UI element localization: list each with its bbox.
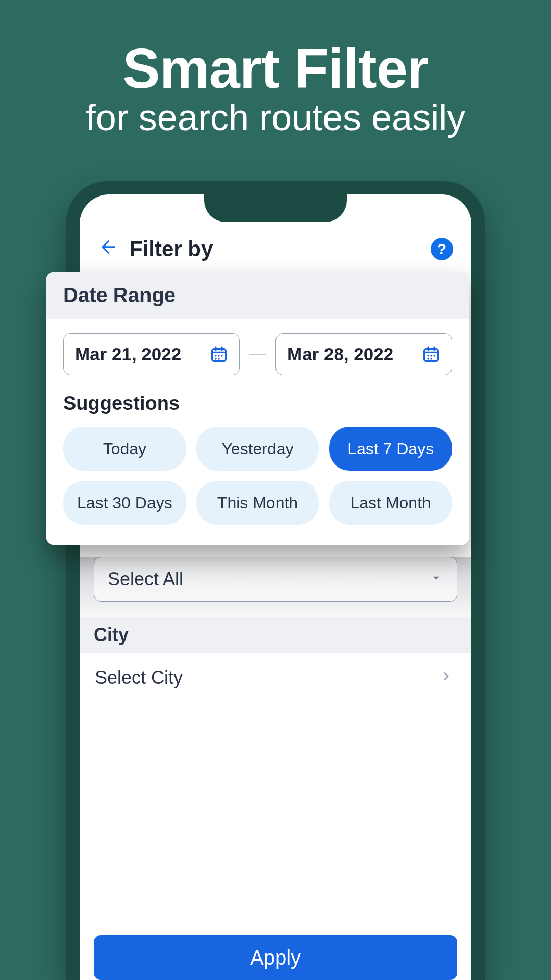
svg-point-6 xyxy=(221,355,222,356)
help-icon: ? xyxy=(437,240,446,258)
suggestion-chip[interactable]: Yesterday xyxy=(196,427,319,471)
apply-label: Apply xyxy=(250,946,301,969)
suggestion-chip[interactable]: Today xyxy=(63,427,186,471)
date-row: Mar 21, 2022 Mar 28, 2022 xyxy=(63,333,452,375)
suggestion-chip[interactable]: This Month xyxy=(196,481,319,525)
svg-point-4 xyxy=(215,355,216,356)
appbar-title: Filter by xyxy=(130,237,213,261)
popup-header: Date Range xyxy=(46,272,469,319)
suggestion-chip[interactable]: Last 30 Days xyxy=(63,481,186,525)
svg-point-7 xyxy=(215,358,216,359)
filter-form: Select All City Select City xyxy=(80,557,471,703)
city-section-label: City xyxy=(80,617,471,653)
app-bar: Filter by ? xyxy=(80,231,471,267)
calendar-icon xyxy=(210,345,228,363)
popup-body: Mar 21, 2022 Mar 28, 2022 Suggestions To… xyxy=(46,319,469,545)
suggestion-chip-grid: TodayYesterdayLast 7 DaysLast 30 DaysThi… xyxy=(63,427,452,525)
calendar-icon xyxy=(422,345,440,363)
start-date-value: Mar 21, 2022 xyxy=(75,344,181,364)
phone-notch xyxy=(204,194,347,222)
end-date-input[interactable]: Mar 28, 2022 xyxy=(276,333,452,375)
svg-point-15 xyxy=(433,355,435,356)
svg-point-17 xyxy=(430,358,432,359)
svg-point-5 xyxy=(218,355,219,356)
promo-title: Smart Filter xyxy=(0,36,551,101)
back-arrow-icon[interactable] xyxy=(98,235,121,263)
help-button[interactable]: ? xyxy=(431,238,453,260)
date-range-popup: Date Range Mar 21, 2022 Mar 28, 2022 Sug… xyxy=(46,272,469,545)
chevron-down-icon xyxy=(429,571,443,589)
select-city-label: Select City xyxy=(95,667,183,689)
select-all-dropdown[interactable]: Select All xyxy=(94,557,457,602)
date-separator xyxy=(249,354,266,355)
start-date-input[interactable]: Mar 21, 2022 xyxy=(63,333,240,375)
svg-point-8 xyxy=(218,358,219,359)
svg-point-14 xyxy=(430,355,432,356)
end-date-value: Mar 28, 2022 xyxy=(287,344,393,364)
suggestions-label: Suggestions xyxy=(63,393,452,414)
chevron-right-icon xyxy=(440,669,453,687)
select-city-row[interactable]: Select City xyxy=(94,653,457,703)
promo-headline: Smart Filter for search routes easily xyxy=(0,36,551,138)
apply-button[interactable]: Apply xyxy=(94,935,457,980)
suggestion-chip[interactable]: Last 7 Days xyxy=(329,427,452,471)
promo-subtitle: for search routes easily xyxy=(0,96,551,138)
svg-point-16 xyxy=(427,358,429,359)
select-all-label: Select All xyxy=(108,569,183,590)
svg-point-13 xyxy=(427,355,429,356)
suggestion-chip[interactable]: Last Month xyxy=(329,481,452,525)
